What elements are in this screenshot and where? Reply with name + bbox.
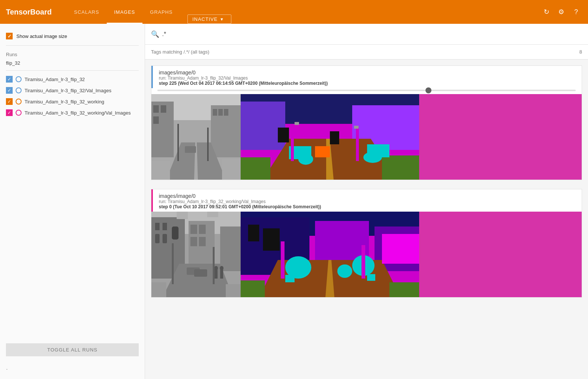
svg-rect-81 [362, 245, 365, 279]
svg-rect-13 [207, 128, 209, 161]
image-left-0 [151, 94, 241, 180]
svg-rect-55 [215, 269, 218, 279]
show-image-size-label: Show actual image size [16, 33, 67, 39]
svg-rect-52 [226, 284, 241, 297]
run-name-1: Tiramisu_Adam_lr-3_flip_32/Val_Images [25, 88, 111, 93]
svg-rect-9 [224, 109, 228, 116]
run-item-3[interactable]: Tiramisu_Adam_lr-3_flip_32_working/Val_I… [0, 107, 145, 118]
image-card-info-1: images/image/0 run: Tiramisu_Adam_lr-3_f… [159, 193, 321, 209]
run-item-2[interactable]: Tiramisu_Adam_lr-3_flip_32_working [0, 96, 145, 107]
help-icon[interactable]: ? [570, 6, 582, 18]
svg-rect-78 [263, 228, 280, 251]
svg-rect-16 [222, 159, 241, 180]
svg-rect-54 [194, 269, 207, 277]
svg-rect-24 [382, 155, 419, 180]
slider-row-0 [151, 88, 582, 94]
show-image-size-row: Show actual image size [0, 30, 145, 42]
svg-rect-80 [281, 241, 285, 279]
inactive-label: INACTIVE [192, 16, 218, 22]
image-card-1: images/image/0 run: Tiramisu_Adam_lr-3_f… [151, 189, 582, 298]
step-num-1: 0 [169, 204, 172, 209]
svg-rect-27 [291, 124, 294, 161]
svg-rect-4 [153, 116, 159, 124]
search-input[interactable] [162, 31, 582, 38]
run-item-0[interactable]: Tiramisu_Adam_lr-3_flip_32 [0, 74, 145, 85]
search-bar: 🔍 [145, 24, 588, 45]
divider-2 [6, 70, 139, 71]
tags-bar: Tags matching /.*/ (all tags) 8 [145, 45, 588, 60]
svg-rect-5 [161, 105, 166, 113]
svg-rect-14 [185, 146, 196, 153]
svg-rect-70 [241, 280, 265, 297]
image-card-0: images/image/0 run: Tiramisu_Adam_lr-3_f… [151, 65, 582, 180]
svg-rect-8 [218, 109, 223, 116]
inactive-dropdown[interactable]: INACTIVE ▾ [187, 15, 231, 24]
run-name-3: Tiramisu_Adam_lr-3_flip_32_working/Val_I… [25, 110, 131, 116]
run-circle-2 [16, 99, 22, 105]
image-display-1 [151, 212, 582, 297]
svg-rect-61 [177, 212, 188, 219]
header-icons: ↻ ⚙ ? [540, 6, 582, 18]
nav-images[interactable]: IMAGES [107, 0, 143, 24]
show-image-size-checkbox[interactable] [6, 33, 13, 39]
step-label-0: step [159, 81, 169, 86]
settings-icon[interactable]: ⚙ [555, 6, 567, 18]
svg-rect-43 [172, 227, 179, 240]
svg-rect-45 [190, 225, 197, 234]
svg-rect-57 [220, 269, 223, 279]
run-item-1[interactable]: Tiramisu_Adam_lr-3_flip_32/Val_Images [0, 85, 145, 96]
run-name-2: Tiramisu_Adam_lr-3_flip_32_working [25, 99, 104, 105]
logo: TensorBoard [6, 8, 52, 16]
nav-scalars[interactable]: SCALARS [67, 0, 107, 24]
step-detail-0: (Wed Oct 04 2017 06:14:55 GMT+0200 (Mitt… [177, 81, 328, 86]
svg-rect-71 [389, 282, 419, 297]
step-label-1: step [159, 204, 169, 209]
svg-rect-39 [155, 223, 160, 230]
image-card-title-0: images/image/0 [159, 70, 328, 76]
svg-rect-40 [163, 223, 167, 230]
image-card-info-0: images/image/0 run: Tiramisu_Adam_lr-3_f… [159, 70, 328, 86]
tags-text: Tags matching /.*/ (all tags) [151, 49, 209, 55]
image-card-run-0: run: Tiramisu_Adam_lr-3_flip_32/Val_Imag… [159, 76, 328, 81]
run-checkbox-3[interactable] [6, 109, 13, 116]
svg-rect-76 [367, 274, 375, 281]
run-checkbox-1[interactable] [6, 87, 13, 94]
run-name-0: Tiramisu_Adam_lr-3_flip_32 [25, 77, 85, 82]
svg-rect-51 [151, 282, 166, 297]
svg-rect-42 [163, 234, 167, 243]
image-right-0 [241, 94, 582, 180]
image-left-1 [151, 212, 241, 297]
image-card-header-1: images/image/0 run: Tiramisu_Adam_lr-3_f… [151, 189, 582, 212]
svg-point-58 [220, 266, 224, 270]
svg-rect-15 [151, 161, 170, 180]
run-checkbox-0[interactable] [6, 76, 13, 83]
run-circle-0 [16, 76, 22, 82]
runs-label: Runs [0, 49, 145, 59]
toggle-all-runs-button[interactable]: TOGGLE ALL RUNS [6, 343, 139, 356]
svg-rect-41 [155, 234, 160, 243]
svg-rect-46 [199, 225, 206, 234]
svg-point-74 [337, 264, 352, 278]
dropdown-arrow-icon: ▾ [221, 16, 224, 22]
svg-rect-75 [285, 275, 295, 282]
svg-point-30 [363, 152, 382, 163]
svg-rect-79 [382, 234, 419, 264]
run-checkbox-2[interactable] [6, 98, 13, 105]
svg-rect-48 [199, 237, 206, 246]
svg-rect-31 [315, 146, 330, 157]
nav-graphs[interactable]: GRAPHS [142, 0, 180, 24]
sidebar-dot: . [0, 362, 145, 373]
svg-rect-3 [153, 105, 159, 113]
svg-rect-19 [241, 102, 285, 150]
svg-rect-34 [295, 122, 299, 125]
svg-rect-12 [177, 124, 179, 161]
step-slider-0[interactable] [157, 90, 576, 91]
svg-rect-49 [220, 227, 241, 271]
image-card-title-1: images/image/0 [159, 193, 321, 199]
svg-rect-7 [213, 109, 217, 116]
images-content: images/image/0 run: Tiramisu_Adam_lr-3_f… [145, 60, 588, 379]
refresh-icon[interactable]: ↻ [540, 6, 552, 18]
tags-count: 8 [579, 49, 582, 55]
svg-point-29 [298, 154, 313, 165]
run-circle-3 [16, 110, 22, 116]
